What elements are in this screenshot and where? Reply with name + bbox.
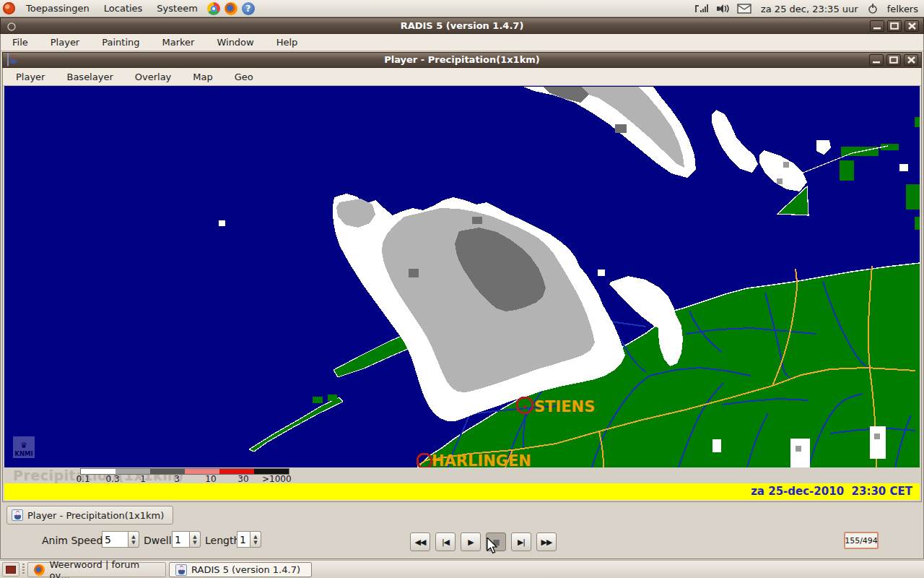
menu-file[interactable]: File [11,37,30,48]
volume-icon[interactable] [717,4,730,14]
anim-speed-stepper[interactable]: ▲▼ [128,531,139,548]
step-first-icon: |◀ [442,538,449,547]
minimize-icon[interactable] [869,54,884,66]
colorbar-seg-2 [116,469,150,474]
legend-tick: >1000 [262,474,292,484]
player-menubar: Player Baselayer Overlay Map Geo [3,68,921,86]
length-label: Length [205,535,240,546]
spin-up-icon[interactable]: ▲ [131,534,135,540]
step-last-button[interactable]: ▶| [511,532,531,551]
menu-player[interactable]: Player [49,37,81,48]
legend-tick: 30 [237,474,248,484]
animation-controls: Anim Speed ▲▼ Dwell ▲▼ Length ▲▼ ◀◀ |◀ ▶… [1,526,923,556]
rewind-icon: ◀◀ [415,538,426,547]
spin-down-icon[interactable]: ▼ [253,540,257,545]
taskbar-item-firefox[interactable]: Weerwoord | forum ov… [27,562,166,577]
colorbar-seg-6 [254,469,289,474]
knmi-logo: ♛ KNMI [13,436,35,458]
close-icon[interactable] [904,54,918,66]
radis-window-title: RADIS 5 (version 1.4.7) [1,20,923,31]
menu-player2[interactable]: Player [14,72,46,82]
help-icon[interactable]: ? [242,2,255,15]
taskbar-item-label: RADIS 5 (version 1.4.7) [191,564,300,575]
network-signal-icon[interactable] [695,4,710,14]
radis-titlebar[interactable]: RADIS 5 (version 1.4.7) [0,17,924,34]
frame-counter: 155/494 [844,532,879,549]
play-button[interactable]: ▶ [461,532,481,551]
maximize-icon[interactable] [887,20,902,32]
colorbar-seg-3 [150,469,185,474]
maximize-icon[interactable] [886,54,901,66]
menu-painting[interactable]: Painting [100,37,141,48]
taskbar-separator [22,564,25,575]
panel-username[interactable]: felkers [887,4,918,14]
spin-down-icon[interactable]: ▼ [193,540,196,545]
radar-map-canvas[interactable]: STIENS HARLINGEN ♛ KNMI [4,86,920,467]
show-desktop-button[interactable] [2,562,19,577]
menu-window[interactable]: Window [215,37,255,48]
timestamp-bar: za 25-dec-2010 23:30 CET [4,483,920,500]
anim-speed-input[interactable] [102,531,128,548]
menu-geo[interactable]: Geo [233,72,255,82]
mail-icon[interactable] [737,4,751,14]
fast-forward-button[interactable]: ▶▶ [536,532,557,551]
close-icon[interactable] [905,20,919,32]
firefox-icon[interactable] [225,2,237,15]
player-window-title: Player - Precipitation(1x1km) [3,54,921,65]
menu-marker[interactable]: Marker [161,37,196,48]
chrome-icon[interactable] [207,2,220,15]
legend-tick: 3 [174,474,180,484]
panel-clock[interactable]: za 25 dec, 23:35 uur [761,4,858,14]
desktop: Toepassingen Locaties Systeem ? za 25 de… [0,0,924,578]
length-stepper[interactable]: ▲▼ [250,531,261,548]
tab-player-precipitation[interactable]: Player - Precipitation(1x1km) [6,506,173,525]
panel-menu-system[interactable]: Systeem [149,0,204,17]
city-label-stiens: STIENS [534,398,595,415]
legend-tick: 0.1 [76,474,90,484]
minimize-icon[interactable] [870,20,884,32]
legend-tick: 0.3 [105,474,119,484]
anim-speed-label: Anim Speed [42,535,103,546]
tab-label: Player - Precipitation(1x1km) [27,510,164,521]
spin-up-icon[interactable]: ▲ [193,534,196,540]
play-icon: ▶ [468,538,473,547]
power-icon[interactable] [868,4,878,14]
desktop-panel: Toepassingen Locaties Systeem ? za 25 de… [0,0,924,17]
fast-forward-icon: ▶▶ [541,538,552,547]
menu-map[interactable]: Map [191,72,214,82]
step-first-button[interactable]: |◀ [435,532,456,551]
legend-strip: Precipitation(1x1km) 0.1 0.3 1 3 10 30 >… [4,467,920,483]
menu-help[interactable]: Help [275,37,300,48]
radis-menubar: File Player Painting Marker Window Help [1,34,923,51]
legend-tick: 1 [140,474,146,484]
colorbar-seg-5 [219,469,254,474]
bottom-taskbar: Weerwoord | forum ov… RADIS 5 (version 1… [0,560,924,578]
panel-menu-places[interactable]: Locaties [97,0,150,17]
rewind-button[interactable]: ◀◀ [410,532,430,551]
dwell-input[interactable] [172,531,190,548]
spin-down-icon[interactable]: ▼ [131,540,135,545]
mouse-cursor [487,538,500,555]
frame-timestamp: za 25-dec-2010 23:30 CET [751,485,912,498]
spin-up-icon[interactable]: ▲ [253,534,257,540]
colorbar-seg-1 [81,469,116,474]
step-last-icon: ▶| [518,538,525,547]
colorbar-seg-4 [185,469,219,474]
firefox-icon [34,564,45,576]
java-icon [12,509,23,521]
dwell-label: Dwell [144,535,172,546]
ubuntu-logo-icon[interactable] [3,2,15,14]
city-label-harlingen: HARLINGEN [432,452,531,467]
menu-overlay[interactable]: Overlay [134,72,173,82]
panel-menu-applications[interactable]: Toepassingen [19,0,97,17]
length-input[interactable] [237,531,250,548]
dwell-stepper[interactable]: ▲▼ [190,531,201,548]
taskbar-item-radis[interactable]: RADIS 5 (version 1.4.7) [169,562,312,577]
window-tab-strip: Player - Precipitation(1x1km) [1,504,923,526]
show-desktop-icon [6,566,16,574]
menu-baselayer[interactable]: Baselayer [65,72,114,82]
player-titlebar[interactable]: Player - Precipitation(1x1km) [2,52,922,68]
system-tray: za 25 dec, 23:35 uur felkers [692,0,924,17]
java-icon [175,564,187,576]
svg-text:♛: ♛ [20,441,27,450]
